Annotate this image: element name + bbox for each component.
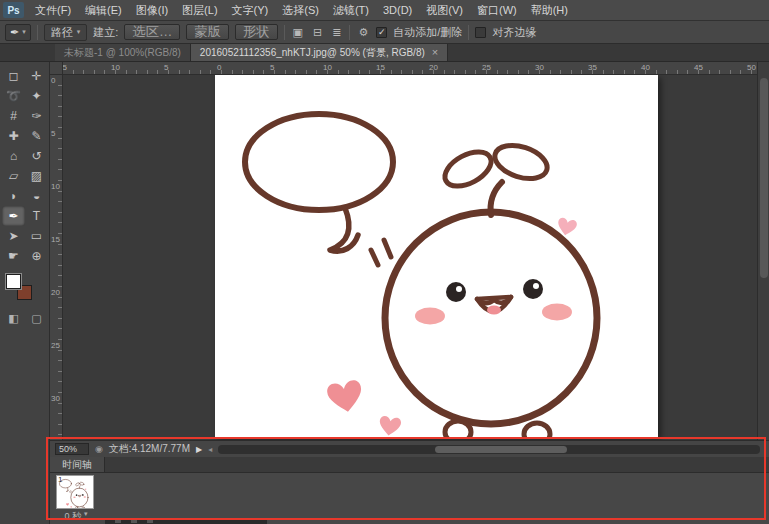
- clone-stamp-tool[interactable]: ⌂: [2, 146, 25, 166]
- tool-icon: ➤: [8, 229, 18, 243]
- eyedropper-tool[interactable]: ✑: [25, 106, 48, 126]
- status-flyout-arrow-icon[interactable]: ▶: [196, 445, 202, 454]
- document-tab-bar: 未标题-1 @ 100%(RGB/8) 20160521112356_nhKTJ…: [0, 44, 769, 62]
- frame-duration-control[interactable]: 0 秒 ▾: [56, 510, 96, 523]
- document-canvas[interactable]: [215, 75, 658, 437]
- quick-mask-icon[interactable]: ◧: [2, 310, 25, 326]
- horizontal-ruler[interactable]: 1510505101520253035404550: [63, 62, 757, 75]
- path-operations-icon[interactable]: ▣: [291, 24, 305, 40]
- tab-label: 20160521112356_nhKTJ.jpg@ 50% (背景, RGB/8…: [200, 44, 425, 61]
- rectangular-marquee-tool[interactable]: ◻: [2, 66, 25, 86]
- ruler-label: 25: [482, 63, 491, 72]
- ruler-corner: [50, 62, 63, 75]
- menu-help[interactable]: 帮助(H): [524, 0, 575, 20]
- horizontal-scrollbar-thumb[interactable]: [435, 446, 567, 453]
- menu-edit[interactable]: 编辑(E): [78, 0, 129, 20]
- ruler-label: 45: [694, 63, 703, 72]
- ruler-label: 15: [376, 63, 385, 72]
- tool-icon: ⌂: [10, 149, 17, 163]
- menu-type[interactable]: 文字(Y): [225, 0, 276, 20]
- eraser-tool[interactable]: ▱: [2, 166, 25, 186]
- path-arrangement-icon[interactable]: ≣: [330, 24, 343, 40]
- menu-select[interactable]: 选择(S): [275, 0, 326, 20]
- ruler-label: 25: [51, 341, 60, 350]
- artwork-image: [215, 75, 658, 437]
- ruler-label: 15: [51, 235, 60, 244]
- ruler-label: 20: [429, 63, 438, 72]
- make-shape-button[interactable]: 形状: [235, 24, 278, 40]
- ruler-label: 5: [51, 129, 55, 138]
- type-tool[interactable]: T: [25, 206, 48, 226]
- color-swatches: [6, 272, 40, 304]
- vertical-scrollbar[interactable]: [757, 62, 769, 440]
- horizontal-scrollbar[interactable]: [218, 445, 760, 454]
- close-icon[interactable]: ×: [432, 44, 438, 61]
- lasso-tool[interactable]: ➰: [2, 86, 25, 106]
- tab-timeline[interactable]: 时间轴: [50, 457, 105, 472]
- photoshop-window: Ps 文件(F)编辑(E)图像(I)图层(L)文字(Y)选择(S)滤镜(T)3D…: [0, 0, 769, 524]
- vertical-ruler[interactable]: 051015202530: [50, 75, 63, 440]
- tool-grid: ◻ ✛ ➰ ✦ # ✑ ✚ ✎ ⌂ ↺: [2, 66, 49, 266]
- make-mask-button[interactable]: 蒙版: [186, 24, 229, 40]
- tool-icon: T: [33, 209, 40, 223]
- ruler-label: 30: [51, 394, 60, 403]
- menu-layer[interactable]: 图层(L): [175, 0, 224, 20]
- hand-tool[interactable]: ☛: [2, 246, 25, 266]
- status-icon: ◉: [95, 444, 103, 454]
- gradient-tool[interactable]: ▨: [25, 166, 48, 186]
- brush-tool[interactable]: ✎: [25, 126, 48, 146]
- move-tool[interactable]: ✛: [25, 66, 48, 86]
- menu-3d[interactable]: 3D(D): [376, 0, 419, 20]
- menu-image[interactable]: 图像(I): [129, 0, 175, 20]
- tool-preset-picker[interactable]: ✒ ▾: [5, 24, 31, 41]
- shape-tool[interactable]: ▭: [25, 226, 48, 246]
- screen-mode-icon[interactable]: ▢: [25, 310, 48, 326]
- menu-filter[interactable]: 滤镜(T): [326, 0, 376, 20]
- tool-icon: ◻: [9, 69, 19, 83]
- separator: [349, 25, 350, 40]
- make-selection-button[interactable]: 选区…: [124, 24, 180, 40]
- path-selection-tool[interactable]: ➤: [2, 226, 25, 246]
- align-edges-checkbox[interactable]: [475, 27, 486, 38]
- make-label: 建立:: [93, 25, 118, 40]
- timeline-panel: 时间轴 1 0 秒 ▾: [50, 457, 769, 524]
- crop-tool[interactable]: #: [2, 106, 25, 126]
- pen-mode-dropdown[interactable]: 路径 ▾: [44, 24, 88, 41]
- tool-icon: ◒: [33, 189, 40, 203]
- options-bar: ✒ ▾ 路径 ▾ 建立: 选区… 蒙版 形状 ▣ ⊟ ≣ ⚙ ✓ 自动添加/删除…: [0, 21, 769, 44]
- ruler-label: 0: [217, 63, 221, 72]
- zoom-level-field[interactable]: 50%: [55, 443, 89, 455]
- menu-view[interactable]: 视图(V): [419, 0, 470, 20]
- toolbar-bottom-icons: ◧ ▢: [2, 310, 48, 326]
- ruler-label: 5: [270, 63, 274, 72]
- tab-active-document[interactable]: 20160521112356_nhKTJ.jpg@ 50% (背景, RGB/8…: [191, 44, 448, 61]
- auto-add-delete-label: 自动添加/删除: [393, 25, 462, 40]
- menu-file[interactable]: 文件(F): [28, 0, 78, 20]
- path-alignment-icon[interactable]: ⊟: [311, 24, 324, 40]
- dodge-tool[interactable]: ◒: [25, 186, 48, 206]
- zoom-tool[interactable]: ⊕: [25, 246, 48, 266]
- tool-icon: ✎: [31, 129, 41, 143]
- quick-selection-tool[interactable]: ✦: [25, 86, 48, 106]
- blur-tool[interactable]: ◗: [2, 186, 25, 206]
- pen-tool[interactable]: ✒: [2, 206, 25, 226]
- tab-untitled-document[interactable]: 未标题-1 @ 100%(RGB/8): [55, 44, 191, 61]
- gear-icon[interactable]: ⚙: [356, 24, 370, 40]
- tool-icon: #: [10, 109, 17, 123]
- animation-frame-1[interactable]: 1 0 秒 ▾: [56, 475, 96, 523]
- menu-window[interactable]: 窗口(W): [470, 0, 524, 20]
- ruler-label: 10: [51, 182, 60, 191]
- history-brush-tool[interactable]: ↺: [25, 146, 48, 166]
- foreground-color-swatch[interactable]: [6, 274, 21, 289]
- tool-icon: ➰: [6, 89, 21, 103]
- timeline-control-icon: [115, 520, 121, 523]
- vertical-scrollbar-thumb[interactable]: [760, 78, 768, 278]
- tool-icon: ☛: [8, 249, 19, 263]
- tools-panel: ◻ ✛ ➰ ✦ # ✑ ✚ ✎ ⌂ ↺: [0, 62, 50, 524]
- separator: [37, 25, 38, 40]
- frame-thumbnail[interactable]: 1: [56, 475, 94, 509]
- auto-add-delete-checkbox[interactable]: ✓: [376, 27, 387, 38]
- photoshop-logo: Ps: [3, 2, 24, 18]
- ruler-label: 30: [535, 63, 544, 72]
- healing-brush-tool[interactable]: ✚: [2, 126, 25, 146]
